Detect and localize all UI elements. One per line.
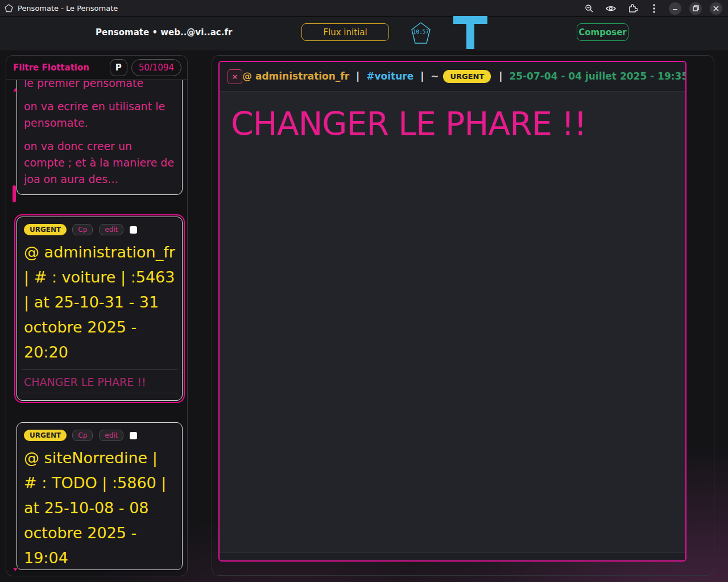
filter-title: Filtre Flottation: [13, 63, 110, 73]
note-card[interactable]: le premier pensomate on va ecrire en uti…: [16, 80, 183, 195]
composer-button[interactable]: Composer: [577, 23, 628, 41]
note-text: on va donc creer un compte ; et à la man…: [24, 138, 175, 188]
scroll-down-icon[interactable]: [13, 568, 18, 571]
urgent-badge: URGENT: [443, 70, 491, 83]
note-detail-card: × @ administration_fr | #voiture | ~ URG…: [218, 61, 686, 562]
note-text: le premier pensomate: [24, 80, 175, 92]
window-title: Pensomate - Le Pensomate: [18, 4, 118, 13]
urgent-badge: URGENT: [24, 224, 67, 235]
restore-button[interactable]: [689, 2, 702, 15]
author-handle: @ administration_fr: [242, 70, 349, 82]
kebab-menu-icon[interactable]: [646, 2, 662, 15]
scroll-up-icon[interactable]: [13, 88, 18, 92]
note-text: on va ecrire en utilisant le pensomate.: [24, 98, 175, 131]
cp-button[interactable]: Cp: [72, 224, 93, 235]
close-note-button[interactable]: ×: [228, 69, 242, 84]
sidebar-panel: Filtre Flottation P 50/1094 le premier p…: [6, 55, 188, 576]
channel-tag: #voiture: [366, 70, 413, 82]
window-titlebar: Pensomate - Le Pensomate: [0, 0, 728, 17]
note-detail-body: CHANGER LE PHARE !!: [220, 92, 685, 157]
edit-button[interactable]: edit: [99, 430, 123, 441]
scrollbar-thumb[interactable]: [13, 185, 16, 202]
note-date: 25-07-04 - 04 juillet 2025 - 19:35: [509, 70, 686, 82]
brand-title: Pensomate • web..@vi..ac.fr: [96, 27, 232, 38]
minimize-button[interactable]: [669, 2, 681, 15]
card-list: le premier pensomate on va ecrire en uti…: [6, 80, 187, 575]
note-card[interactable]: URGENT Cp edit @ siteNorredine | # : TOD…: [16, 422, 183, 570]
extensions-puzzle-icon[interactable]: [624, 2, 640, 15]
card-checkbox[interactable]: [130, 432, 137, 439]
note-meta: @ siteNorredine | # : TODO | :5860 | at …: [24, 446, 175, 571]
eye-icon[interactable]: [603, 2, 619, 15]
note-preview: CHANGER LE PHARE !!: [24, 376, 175, 388]
t-logo[interactable]: T: [453, 16, 487, 50]
card-checkbox[interactable]: [130, 226, 137, 234]
note-detail-title: @ administration_fr | #voiture | ~ URGEN…: [242, 70, 686, 83]
edit-button[interactable]: edit: [99, 224, 123, 235]
note-card-selected[interactable]: URGENT Cp edit @ administration_fr | # :…: [16, 217, 183, 401]
pentagon-clock: 10:57: [410, 21, 432, 46]
divider: [22, 393, 177, 393]
urgent-badge: URGENT: [24, 430, 67, 441]
app-header: Pensomate • web..@vi..ac.fr Flux initial…: [0, 17, 728, 51]
divider: [22, 369, 177, 370]
zoom-out-icon[interactable]: [581, 2, 597, 15]
note-detail-header: × @ administration_fr | #voiture | ~ URG…: [220, 62, 685, 92]
note-meta: @ administration_fr | # : voiture | :546…: [24, 240, 175, 365]
close-window-button[interactable]: [710, 2, 722, 15]
flux-initial-button[interactable]: Flux initial: [301, 23, 389, 41]
app-pentagon-icon: [5, 4, 13, 13]
note-body-text: CHANGER LE PHARE !!: [231, 106, 674, 142]
count-pill-button[interactable]: 50/1094: [131, 59, 181, 76]
sidebar-header: Filtre Flottation P 50/1094: [6, 56, 187, 80]
cp-button[interactable]: Cp: [72, 430, 93, 441]
main-panel: × @ administration_fr | #voiture | ~ URG…: [212, 55, 714, 576]
note-detail-footer: [220, 552, 685, 560]
p-pill-button[interactable]: P: [110, 59, 127, 76]
clock-time: 10:57: [413, 28, 429, 35]
